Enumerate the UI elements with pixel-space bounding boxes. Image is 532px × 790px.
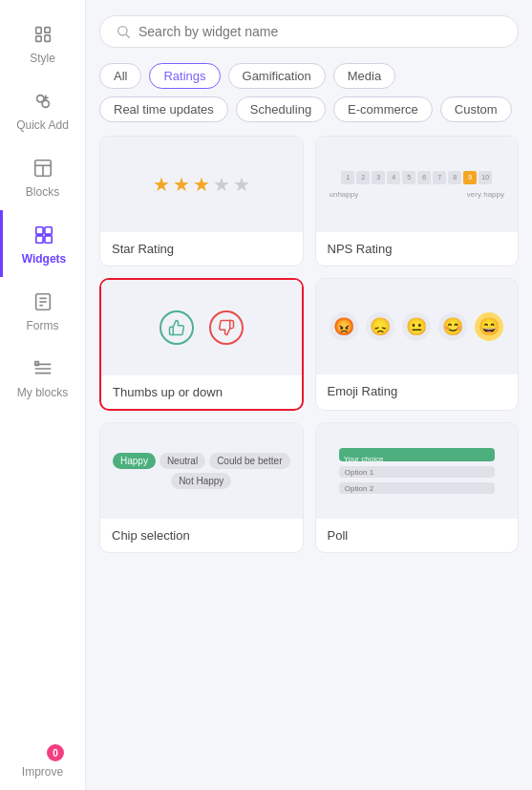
- chip-could-be-better: Could be better: [209, 453, 289, 469]
- poll-question-text: Your choice: [339, 455, 384, 463]
- sidebar-item-my-blocks-label: My blocks: [17, 386, 68, 399]
- poll-label: Poll: [316, 519, 519, 552]
- emoji-3: 😐: [402, 312, 431, 341]
- sidebar-item-forms-label: Forms: [27, 319, 59, 332]
- widget-card-chips[interactable]: Happy Neutral Could be better Not Happy …: [99, 422, 304, 553]
- widget-card-poll[interactable]: Your choice Option 1 Option 2 Poll: [315, 422, 520, 553]
- widget-card-emoji[interactable]: 😡 😞 😐 😊 😄 Emoji Rating: [315, 278, 520, 411]
- svg-rect-2: [44, 28, 50, 33]
- search-bar[interactable]: [99, 15, 519, 48]
- quick-add-icon: [30, 88, 56, 115]
- filter-media[interactable]: Media: [333, 63, 395, 89]
- thumb-down-icon: [209, 310, 244, 345]
- filter-row: All Ratings Gamification Media Real time…: [99, 63, 519, 122]
- filter-custom[interactable]: Custom: [440, 96, 512, 122]
- style-icon: [30, 21, 56, 48]
- sidebar-item-widgets[interactable]: Widgets: [0, 210, 85, 277]
- widget-card-thumbs[interactable]: Thumbs up or down: [99, 278, 304, 411]
- chip-preview-area: Happy Neutral Could be better Not Happy: [100, 423, 303, 519]
- stars-display: ★ ★ ★ ★ ★: [153, 173, 250, 196]
- svg-rect-19: [34, 362, 38, 366]
- star-2: ★: [173, 173, 190, 196]
- svg-point-22: [118, 27, 127, 35]
- chip-not-happy: Not Happy: [171, 473, 231, 489]
- svg-rect-0: [35, 28, 41, 33]
- search-icon: [116, 24, 131, 39]
- emoji-display: 😡 😞 😐 😊 😄: [330, 312, 503, 341]
- nps-labels: unhappy very happy: [326, 190, 509, 199]
- svg-line-23: [126, 34, 130, 38]
- svg-rect-14: [45, 236, 52, 243]
- forms-icon: [30, 288, 56, 315]
- nps-label-right: very happy: [467, 190, 504, 199]
- nps-cell-6: 6: [417, 171, 431, 184]
- sidebar-item-style[interactable]: Style: [0, 10, 85, 76]
- my-blocks-icon: [30, 355, 56, 382]
- sidebar-item-forms[interactable]: Forms: [0, 277, 85, 344]
- nps-cell-5: 5: [402, 171, 415, 184]
- filter-all[interactable]: All: [99, 63, 141, 89]
- main-content: All Ratings Gamification Media Real time…: [86, 0, 532, 790]
- sidebar-item-blocks[interactable]: Blocks: [0, 143, 85, 210]
- filter-gamification[interactable]: Gamification: [228, 63, 326, 89]
- thumbs-preview-area: [101, 280, 302, 375]
- star-4: ★: [213, 173, 230, 196]
- poll-option-2: Option 2: [339, 482, 495, 494]
- widget-card-nps-rating[interactable]: 1 2 3 4 5 6 7 8 9 10 unhappy very happy: [315, 136, 520, 267]
- improve-badge-count: 0: [47, 744, 64, 761]
- nps-cell-3: 3: [372, 171, 385, 184]
- svg-point-5: [42, 100, 49, 107]
- svg-rect-1: [35, 36, 41, 42]
- nps-display: 1 2 3 4 5 6 7 8 9 10 unhappy very happy: [326, 171, 509, 199]
- sidebar-item-improve-label: Improve: [22, 765, 63, 779]
- nps-label-left: unhappy: [330, 190, 359, 199]
- search-input[interactable]: [138, 24, 502, 39]
- star-3: ★: [193, 173, 210, 196]
- poll-option-1-text: Option 1: [345, 468, 373, 477]
- sidebar-item-widgets-label: Widgets: [22, 252, 67, 266]
- svg-rect-11: [36, 227, 43, 234]
- chip-neutral: Neutral: [160, 453, 205, 469]
- filter-real-time[interactable]: Real time updates: [99, 96, 228, 122]
- nps-rating-preview: 1 2 3 4 5 6 7 8 9 10 unhappy very happy: [316, 137, 519, 232]
- chip-label: Chip selection: [100, 519, 303, 552]
- sidebar-item-my-blocks[interactable]: My blocks: [0, 344, 85, 411]
- svg-rect-12: [45, 227, 52, 234]
- emoji-preview-area: 😡 😞 😐 😊 😄: [316, 279, 519, 374]
- chip-display: Happy Neutral Could be better Not Happy: [110, 453, 293, 489]
- poll-option-2-text: Option 2: [345, 484, 373, 493]
- filter-scheduling[interactable]: Scheduling: [236, 96, 326, 122]
- poll-question-bar: Your choice: [339, 448, 495, 461]
- sidebar-item-improve[interactable]: 0 Improve: [0, 737, 85, 790]
- thumbs-label: Thumbs up or down: [101, 375, 302, 409]
- star-rating-label: Star Rating: [100, 232, 303, 266]
- nps-cell-4: 4: [387, 171, 400, 184]
- nps-cell-2: 2: [356, 171, 370, 184]
- filter-ecommerce[interactable]: E-commerce: [333, 96, 433, 122]
- chip-happy: Happy: [113, 453, 156, 469]
- star-5: ★: [233, 173, 250, 196]
- filter-ratings[interactable]: Ratings: [149, 63, 220, 89]
- poll-option-1: Option 1: [339, 466, 495, 478]
- nps-cell-7: 7: [433, 171, 446, 184]
- thumbs-display: [160, 310, 244, 345]
- emoji-2: 😞: [366, 312, 394, 341]
- nps-rating-label: NPS Rating: [316, 232, 519, 266]
- sidebar-bottom: 0 Improve: [0, 737, 85, 790]
- emoji-label: Emoji Rating: [316, 374, 519, 408]
- poll-preview-area: Your choice Option 1 Option 2: [316, 423, 519, 519]
- poll-display: Your choice Option 1 Option 2: [339, 448, 495, 494]
- blocks-icon: [30, 155, 56, 181]
- widget-card-star-rating[interactable]: ★ ★ ★ ★ ★ Star Rating: [99, 136, 304, 267]
- sidebar-item-quick-add-label: Quick Add: [16, 118, 69, 132]
- svg-rect-3: [44, 35, 50, 41]
- star-rating-preview: ★ ★ ★ ★ ★: [100, 137, 303, 232]
- nps-cell-9: 9: [463, 171, 477, 184]
- sidebar-item-style-label: Style: [30, 52, 55, 65]
- svg-rect-13: [36, 236, 43, 243]
- nps-scale: 1 2 3 4 5 6 7 8 9 10: [341, 171, 492, 184]
- nps-cell-10: 10: [479, 171, 492, 184]
- thumb-up-icon: [160, 310, 194, 345]
- widget-grid: ★ ★ ★ ★ ★ Star Rating 1 2 3 4 5: [99, 136, 519, 553]
- sidebar-item-quick-add[interactable]: Quick Add: [0, 76, 85, 143]
